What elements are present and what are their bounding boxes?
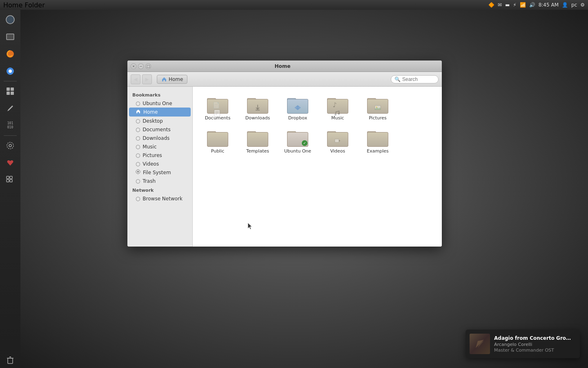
search-input[interactable] bbox=[402, 76, 435, 82]
tray-user-icon: 👤 bbox=[562, 2, 568, 8]
sidebar-item-desktop[interactable]: ○ Desktop bbox=[127, 117, 192, 125]
dock-pen[interactable] bbox=[2, 100, 18, 117]
downloads-sidebar-icon: ○ bbox=[136, 135, 140, 141]
dock-apps[interactable] bbox=[2, 83, 18, 99]
music-album: Master & Commander OST bbox=[494, 348, 576, 353]
svg-rect-30 bbox=[335, 139, 339, 142]
sidebar-label-desktop: Desktop bbox=[143, 118, 163, 124]
toolbar: ◀ ▶ Home 🔍 bbox=[127, 72, 442, 87]
folder-icon-pictures bbox=[367, 96, 388, 114]
tray-volume-icon[interactable]: 🔊 bbox=[529, 2, 535, 8]
folder-downloads[interactable]: Downloads bbox=[239, 93, 276, 123]
window-titlebar: × − □ Home bbox=[127, 61, 442, 72]
sidebar-label-trash: Trash bbox=[143, 178, 156, 184]
svg-rect-14 bbox=[10, 180, 12, 182]
music-info: Adagio from Concerto Grosso Op.6 Arcange… bbox=[494, 335, 576, 353]
username: pc bbox=[571, 2, 577, 8]
sidebar-item-home[interactable]: Home bbox=[129, 108, 191, 117]
sidebar-label-filesystem: File System bbox=[143, 170, 171, 175]
sidebar-item-filesystem[interactable]: File System bbox=[127, 168, 192, 177]
documents-sidebar-icon: ○ bbox=[136, 126, 140, 132]
home-breadcrumb[interactable]: Home bbox=[157, 75, 187, 84]
sidebar-item-documents[interactable]: ○ Documents bbox=[127, 125, 192, 134]
tray-network-icon[interactable]: 📶 bbox=[520, 2, 526, 8]
folder-dropbox[interactable]: Dropbox bbox=[279, 93, 316, 123]
svg-rect-6 bbox=[11, 88, 14, 91]
folder-videos[interactable]: Videos bbox=[319, 126, 356, 156]
sidebar-item-downloads[interactable]: ○ Downloads bbox=[127, 134, 192, 142]
folder-label-examples: Examples bbox=[367, 148, 388, 154]
file-grid: Documents Do bbox=[193, 87, 442, 247]
folder-label-public: Public bbox=[211, 148, 225, 154]
dock-trash[interactable] bbox=[2, 352, 18, 368]
svg-rect-7 bbox=[7, 92, 10, 95]
dock-tomboy[interactable] bbox=[2, 155, 18, 171]
dock-home[interactable] bbox=[2, 11, 18, 28]
sidebar: Bookmarks ○ Ubuntu One Home ○ Desktop ○ … bbox=[127, 87, 193, 247]
dock: 101010 bbox=[0, 10, 20, 368]
folder-music[interactable]: Music bbox=[319, 93, 356, 123]
tray-settings-icon[interactable]: ⚙ bbox=[580, 2, 585, 8]
tray-ubuntu-icon[interactable]: 🔶 bbox=[488, 2, 494, 8]
dock-chromium[interactable] bbox=[2, 63, 18, 79]
folder-label-dropbox: Dropbox bbox=[288, 115, 307, 121]
music-sidebar-icon: ○ bbox=[136, 144, 140, 150]
window-controls: × − □ bbox=[131, 63, 151, 69]
desktop-sidebar-icon: ○ bbox=[136, 118, 140, 124]
folder-label-ubuntu-one: Ubuntu One bbox=[284, 148, 311, 154]
music-title: Adagio from Concerto Grosso Op.6 bbox=[494, 335, 572, 341]
videos-sidebar-icon: ○ bbox=[136, 161, 140, 167]
folder-examples[interactable]: Examples bbox=[359, 126, 396, 156]
svg-marker-31 bbox=[339, 140, 341, 141]
pictures-sidebar-icon: ○ bbox=[136, 152, 140, 158]
folder-templates[interactable]: Templates bbox=[239, 126, 276, 156]
clock: 8:45 AM bbox=[539, 2, 559, 8]
music-artist: Arcangelo Corelli bbox=[494, 342, 576, 347]
folder-ubuntu-one[interactable]: ✓ Ubuntu One bbox=[279, 126, 316, 156]
ubuntu-badge: ✓ bbox=[302, 140, 307, 146]
tray-mail-icon[interactable]: ✉ bbox=[498, 2, 502, 8]
close-button[interactable]: × bbox=[131, 63, 136, 69]
sidebar-item-browse-network[interactable]: ○ Browse Network bbox=[127, 194, 192, 203]
sidebar-label-documents: Documents bbox=[143, 127, 170, 132]
folder-label-pictures: Pictures bbox=[369, 115, 387, 121]
dock-firefox[interactable] bbox=[2, 46, 18, 62]
sidebar-item-trash[interactable]: ○ Trash bbox=[127, 177, 192, 185]
svg-point-9 bbox=[9, 144, 11, 147]
minimize-button[interactable]: − bbox=[138, 63, 144, 69]
svg-point-4 bbox=[9, 70, 12, 73]
folder-icon-templates bbox=[247, 129, 268, 147]
dock-settings[interactable] bbox=[2, 137, 18, 154]
svg-point-10 bbox=[7, 142, 13, 149]
svg-point-0 bbox=[6, 16, 14, 24]
dock-files[interactable] bbox=[2, 29, 18, 45]
sidebar-label-home: Home bbox=[143, 109, 158, 115]
svg-rect-1 bbox=[7, 34, 14, 40]
forward-button[interactable]: ▶ bbox=[142, 74, 152, 84]
home-sidebar-icon bbox=[136, 109, 141, 115]
folder-public[interactable]: Public bbox=[199, 126, 236, 156]
folder-pictures[interactable]: Pictures bbox=[359, 93, 396, 123]
svg-rect-11 bbox=[7, 176, 9, 179]
window-title: Home bbox=[151, 63, 414, 69]
folder-icon-documents bbox=[207, 96, 228, 114]
trash-sidebar-icon: ○ bbox=[136, 178, 140, 184]
sidebar-item-music[interactable]: ○ Music bbox=[127, 142, 192, 151]
maximize-button[interactable]: □ bbox=[145, 63, 151, 69]
dock-grid[interactable] bbox=[2, 172, 18, 188]
svg-point-27 bbox=[338, 113, 340, 115]
folder-documents[interactable]: Documents bbox=[199, 93, 236, 123]
tray-battery-icon[interactable]: ▬ bbox=[505, 2, 510, 8]
svg-rect-12 bbox=[10, 176, 12, 179]
sidebar-item-ubuntu-one[interactable]: ○ Ubuntu One bbox=[127, 99, 192, 108]
tray-bluetooth-icon[interactable]: ⚡ bbox=[513, 2, 516, 8]
svg-rect-13 bbox=[7, 180, 9, 182]
music-notification: Adagio from Concerto Grosso Op.6 Arcange… bbox=[466, 330, 580, 358]
dock-calculator[interactable]: 101010 bbox=[2, 117, 18, 134]
sidebar-label-ubuntu-one: Ubuntu One bbox=[143, 101, 172, 106]
sidebar-label-pictures: Pictures bbox=[143, 153, 162, 158]
sidebar-item-videos[interactable]: ○ Videos bbox=[127, 159, 192, 168]
sidebar-item-pictures[interactable]: ○ Pictures bbox=[127, 151, 192, 159]
back-button[interactable]: ◀ bbox=[131, 74, 140, 84]
system-tray: 🔶 ✉ ▬ ⚡ 📶 🔊 8:45 AM 👤 pc ⚙ bbox=[488, 2, 585, 8]
